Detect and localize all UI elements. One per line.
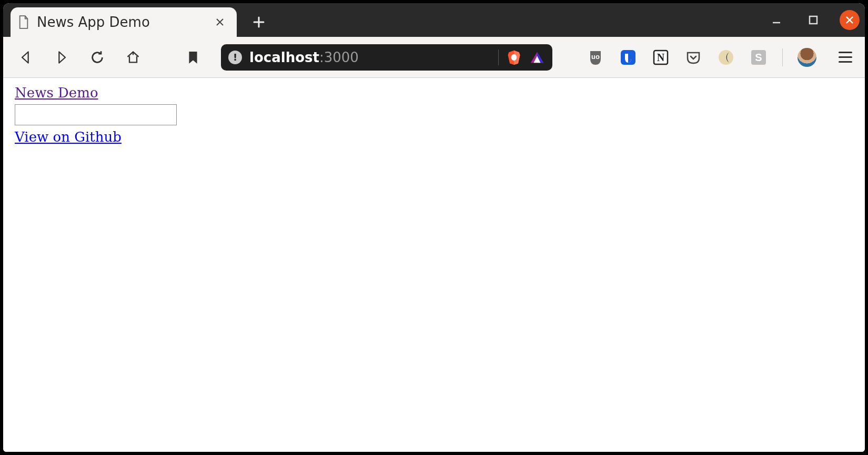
home-button[interactable] xyxy=(124,48,142,66)
app-menu-button[interactable] xyxy=(836,48,854,66)
url-port: :3000 xyxy=(319,50,359,65)
svg-text:S: S xyxy=(755,52,762,63)
window-maximize-button[interactable] xyxy=(803,9,824,31)
new-tab-button[interactable] xyxy=(246,9,271,35)
extensions-group: uo N S xyxy=(587,48,854,67)
addr-divider xyxy=(498,50,499,65)
svg-point-1 xyxy=(511,54,517,60)
s-extension-icon[interactable]: S xyxy=(750,48,768,66)
forward-button[interactable] xyxy=(53,48,70,66)
reload-button[interactable] xyxy=(88,48,106,66)
site-info-icon[interactable]: ! xyxy=(228,51,242,64)
page-favicon-icon xyxy=(18,15,29,29)
pocket-extension-icon[interactable] xyxy=(684,48,702,66)
brave-rewards-icon[interactable] xyxy=(529,50,545,65)
page-content: News Demo View on Github xyxy=(3,78,865,452)
toolbar-divider xyxy=(782,48,783,66)
tab-close-button[interactable] xyxy=(213,15,227,29)
moon-extension-icon[interactable] xyxy=(717,48,735,66)
browser-toolbar: ! localhost:3000 uo N xyxy=(3,37,865,78)
news-demo-link[interactable]: News Demo xyxy=(15,85,98,101)
brave-shields-icon[interactable] xyxy=(506,50,522,65)
window-minimize-button[interactable] xyxy=(766,9,787,31)
nav-buttons xyxy=(17,48,142,66)
profile-avatar[interactable] xyxy=(798,48,816,67)
tab-title: News App Demo xyxy=(37,14,205,30)
svg-text:N: N xyxy=(657,52,665,63)
view-on-github-link[interactable]: View on Github xyxy=(15,129,122,145)
address-bar[interactable]: ! localhost:3000 xyxy=(221,44,552,71)
ublock-extension-icon[interactable]: uo xyxy=(587,48,604,66)
browser-tab[interactable]: News App Demo xyxy=(11,7,237,37)
window-controls xyxy=(766,3,860,37)
back-button[interactable] xyxy=(17,48,35,66)
notion-extension-icon[interactable]: N xyxy=(652,48,670,66)
svg-text:uo: uo xyxy=(591,53,600,61)
url-text: localhost:3000 xyxy=(249,50,359,65)
url-host: localhost xyxy=(249,50,319,65)
bitwarden-extension-icon[interactable] xyxy=(619,48,637,66)
svg-rect-0 xyxy=(810,16,817,24)
browser-window: News App Demo xyxy=(3,3,865,452)
window-close-button[interactable] xyxy=(840,10,860,30)
search-input[interactable] xyxy=(15,104,177,125)
svg-point-6 xyxy=(719,50,733,65)
bookmark-button[interactable] xyxy=(184,48,202,66)
tab-strip: News App Demo xyxy=(3,3,865,37)
